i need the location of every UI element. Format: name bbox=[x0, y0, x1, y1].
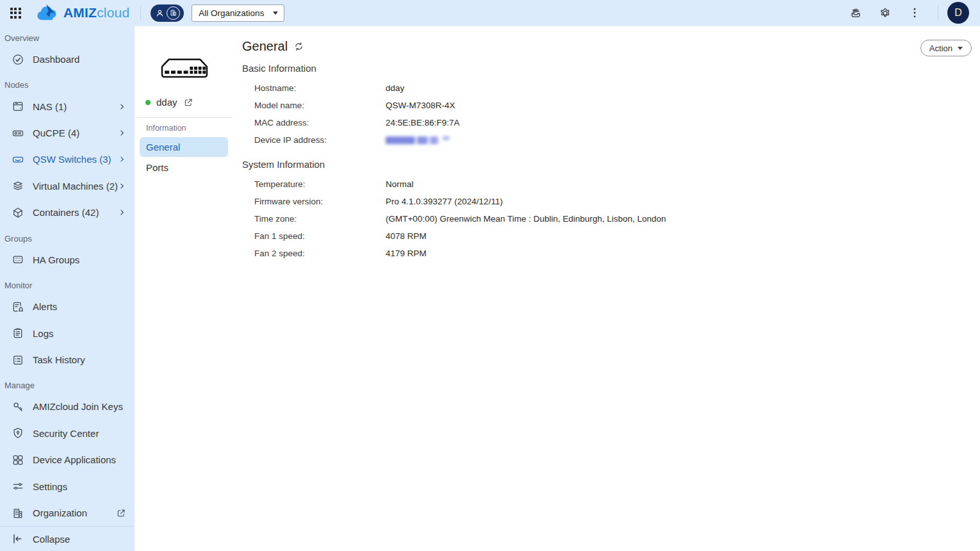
device-nav-title: Information bbox=[146, 124, 234, 133]
info-row-model-name: Model name: QSW-M7308R-4X bbox=[254, 97, 980, 114]
sidebar-item-label: HA Groups bbox=[33, 254, 79, 265]
sidebar-item-label: Task History bbox=[33, 354, 85, 365]
device-panel-divider bbox=[136, 117, 233, 118]
containers-icon bbox=[11, 206, 24, 219]
device-ip-redacted-value bbox=[386, 136, 450, 144]
sidebar-navigation: Overview Dashboard Nodes NAS (1) QuCPE (… bbox=[0, 26, 135, 551]
switch-icon bbox=[11, 152, 24, 166]
device-name: dday bbox=[156, 97, 177, 108]
alerts-icon bbox=[11, 300, 24, 313]
dashboard-icon bbox=[11, 53, 24, 66]
switch-front-illustration bbox=[158, 58, 211, 79]
organization-selector[interactable]: All Organizations bbox=[192, 4, 284, 22]
device-nav-label: Ports bbox=[146, 162, 168, 173]
open-device-external-link[interactable] bbox=[184, 98, 193, 107]
chevron-right-icon bbox=[118, 156, 126, 163]
sidebar-item-organization[interactable]: Organization bbox=[0, 500, 135, 526]
topbar: AMIZcloud All Organizations bbox=[0, 0, 980, 26]
topbar-separator bbox=[938, 5, 938, 21]
info-row-temperature: Temperature: Normal bbox=[254, 176, 980, 193]
sidebar-item-nas[interactable]: NAS (1) bbox=[0, 93, 135, 119]
sidebar-item-alerts[interactable]: Alerts bbox=[0, 293, 135, 320]
page-title: General bbox=[242, 39, 288, 54]
activity-queue-button[interactable] bbox=[849, 6, 862, 20]
collapse-icon bbox=[11, 532, 24, 546]
info-row-mac-address: MAC address: 24:5E:BE:86:F9:7A bbox=[254, 114, 980, 131]
logs-icon bbox=[11, 327, 24, 340]
sidebar-item-join-keys[interactable]: AMIZcloud Join Keys bbox=[0, 393, 135, 420]
sidebar-item-label: Settings bbox=[33, 481, 67, 492]
sidebar-item-dashboard[interactable]: Dashboard bbox=[0, 46, 135, 72]
sidebar-item-label: Dashboard bbox=[33, 54, 79, 65]
org-scope-toggle[interactable] bbox=[151, 4, 184, 22]
person-icon bbox=[155, 8, 165, 18]
page-title-row: General bbox=[242, 39, 980, 54]
sidebar-item-label: Alerts bbox=[33, 301, 57, 312]
app-launcher-button[interactable] bbox=[8, 6, 22, 20]
sidebar-item-task-history[interactable]: Task History bbox=[0, 347, 135, 373]
chevron-right-icon bbox=[118, 183, 126, 190]
caret-down-icon bbox=[958, 47, 963, 50]
sidebar-item-label: Containers (42) bbox=[33, 207, 99, 218]
chevron-right-icon bbox=[118, 103, 126, 110]
sidebar-item-logs[interactable]: Logs bbox=[0, 320, 135, 346]
refresh-button[interactable] bbox=[293, 41, 304, 52]
virtual-machines-icon bbox=[11, 179, 24, 193]
sidebar-section-groups: Groups bbox=[0, 226, 135, 247]
nas-icon bbox=[11, 100, 24, 113]
action-button[interactable]: Action bbox=[920, 40, 972, 56]
sidebar-item-virtual-machines[interactable]: Virtual Machines (2) bbox=[0, 173, 135, 199]
topbar-actions: D bbox=[833, 2, 969, 24]
topbar-underline bbox=[135, 26, 980, 26]
sidebar-item-label: QSW Switches (3) bbox=[33, 154, 111, 165]
cloud-arrow-logo-icon bbox=[35, 3, 60, 22]
sidebar-item-device-applications[interactable]: Device Applications bbox=[0, 447, 135, 473]
sidebar-item-settings[interactable]: Settings bbox=[0, 473, 135, 499]
sidebar-section-manage: Manage bbox=[0, 373, 135, 393]
amizcloud-logo[interactable]: AMIZcloud bbox=[35, 3, 129, 22]
device-nav-ports[interactable]: Ports bbox=[140, 159, 228, 177]
more-vertical-icon bbox=[908, 6, 921, 19]
chevron-right-icon bbox=[118, 129, 126, 136]
more-menu-button[interactable] bbox=[908, 6, 921, 20]
settings-gear-icon bbox=[879, 6, 892, 20]
avatar-letter: D bbox=[954, 7, 962, 19]
content-area: dday Information General Ports General bbox=[135, 26, 980, 551]
sidebar-item-label: Security Center bbox=[33, 428, 99, 439]
info-row-hostname: Hostname: dday bbox=[254, 79, 980, 97]
sidebar-item-qsw-switches[interactable]: QSW Switches (3) bbox=[0, 146, 135, 172]
sidebar-section-overview: Overview bbox=[0, 26, 135, 46]
organization-building-icon bbox=[11, 506, 24, 520]
sidebar-item-label: AMIZcloud Join Keys bbox=[33, 401, 123, 412]
sidebar-item-label: Virtual Machines (2) bbox=[33, 181, 118, 192]
sidebar-collapse-button[interactable]: Collapse bbox=[0, 526, 135, 551]
organization-scope-badge bbox=[167, 6, 180, 20]
sidebar-item-label: Device Applications bbox=[33, 454, 116, 465]
ha-groups-icon bbox=[11, 253, 24, 267]
device-nav-general[interactable]: General bbox=[140, 137, 228, 157]
sidebar-item-containers[interactable]: Containers (42) bbox=[0, 199, 135, 226]
join-keys-icon bbox=[11, 400, 24, 413]
caret-down-icon bbox=[273, 12, 278, 15]
info-row-device-ip: Device IP address: bbox=[254, 131, 980, 149]
sidebar-section-monitor: Monitor bbox=[0, 273, 135, 293]
qucpe-icon bbox=[11, 126, 24, 140]
device-row: dday bbox=[135, 96, 234, 109]
system-information-rows: Temperature: Normal Firmware version: Pr… bbox=[242, 176, 980, 262]
activity-queue-icon bbox=[849, 6, 862, 20]
basic-information-rows: Hostname: dday Model name: QSW-M7308R-4X… bbox=[242, 79, 980, 149]
main-panel: General Action Basic Information Hostnam… bbox=[234, 26, 980, 551]
task-history-icon bbox=[11, 353, 24, 366]
sidebar-item-ha-groups[interactable]: HA Groups bbox=[0, 247, 135, 273]
security-center-icon bbox=[11, 427, 24, 440]
info-row-time-zone: Time zone: (GMT+00:00) Greenwich Mean Ti… bbox=[254, 210, 980, 227]
info-row-fan1-speed: Fan 1 speed: 4078 RPM bbox=[254, 227, 980, 245]
sidebar-item-label: NAS (1) bbox=[33, 101, 67, 112]
organization-selector-value: All Organizations bbox=[199, 8, 264, 18]
online-status-dot bbox=[145, 100, 151, 105]
user-avatar[interactable]: D bbox=[947, 2, 969, 24]
settings-button[interactable] bbox=[879, 6, 892, 20]
sidebar-item-label: Logs bbox=[33, 328, 54, 339]
sidebar-item-security-center[interactable]: Security Center bbox=[0, 420, 135, 447]
sidebar-item-qucpe[interactable]: QuCPE (4) bbox=[0, 120, 135, 146]
